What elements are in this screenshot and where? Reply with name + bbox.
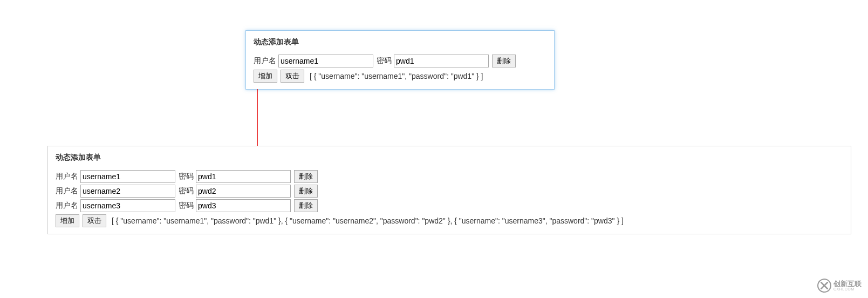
password-label: 密码 [179, 172, 194, 181]
logo-subtext: CXHLCOM [833, 287, 862, 291]
password-input[interactable] [196, 185, 291, 198]
username-label: 用户名 [56, 172, 78, 181]
username-label: 用户名 [56, 201, 78, 211]
password-label: 密码 [179, 201, 194, 211]
doubleclick-button[interactable]: 双击 [83, 214, 106, 227]
username-input[interactable] [80, 185, 175, 198]
brand-logo: 创新互联 CXHLCOM [817, 279, 862, 293]
doubleclick-button[interactable]: 双击 [281, 70, 304, 83]
footer-row: 增加 双击 [ { "username": "username1", "pass… [56, 214, 843, 227]
password-input[interactable] [196, 199, 291, 212]
footer-row: 增加 双击 [ { "username": "username1", "pass… [254, 70, 546, 83]
password-input[interactable] [394, 55, 489, 67]
logo-icon [817, 279, 831, 293]
password-label: 密码 [377, 56, 392, 66]
delete-button[interactable]: 删除 [294, 199, 318, 212]
password-label: 密码 [179, 186, 194, 196]
json-output: [ { "username": "username1", "password":… [310, 72, 483, 80]
bottom-panel: 动态添加表单 用户名 密码 删除 用户名 密码 删除 用户名 密码 删除 增加 … [47, 146, 851, 234]
form-row: 用户名 密码 删除 [56, 185, 843, 198]
panel-title: 动态添加表单 [254, 37, 546, 47]
password-input[interactable] [196, 170, 291, 183]
logo-text: 创新互联 [833, 280, 862, 287]
form-row: 用户名 密码 删除 [254, 55, 546, 67]
username-input[interactable] [80, 199, 175, 212]
json-output: [ { "username": "username1", "password":… [112, 216, 624, 225]
username-input[interactable] [278, 55, 373, 67]
add-button[interactable]: 增加 [56, 214, 79, 227]
delete-button[interactable]: 删除 [492, 55, 516, 67]
username-label: 用户名 [254, 56, 276, 66]
panel-title: 动态添加表单 [56, 153, 843, 162]
form-row: 用户名 密码 删除 [56, 170, 843, 183]
svg-point-2 [818, 279, 831, 292]
delete-button[interactable]: 删除 [294, 170, 318, 183]
username-label: 用户名 [56, 186, 78, 196]
delete-button[interactable]: 删除 [294, 185, 318, 198]
top-panel: 动态添加表单 用户名 密码 删除 增加 双击 [ { "username": "… [245, 30, 555, 90]
form-row: 用户名 密码 删除 [56, 199, 843, 212]
add-button[interactable]: 增加 [254, 70, 277, 83]
username-input[interactable] [80, 170, 175, 183]
